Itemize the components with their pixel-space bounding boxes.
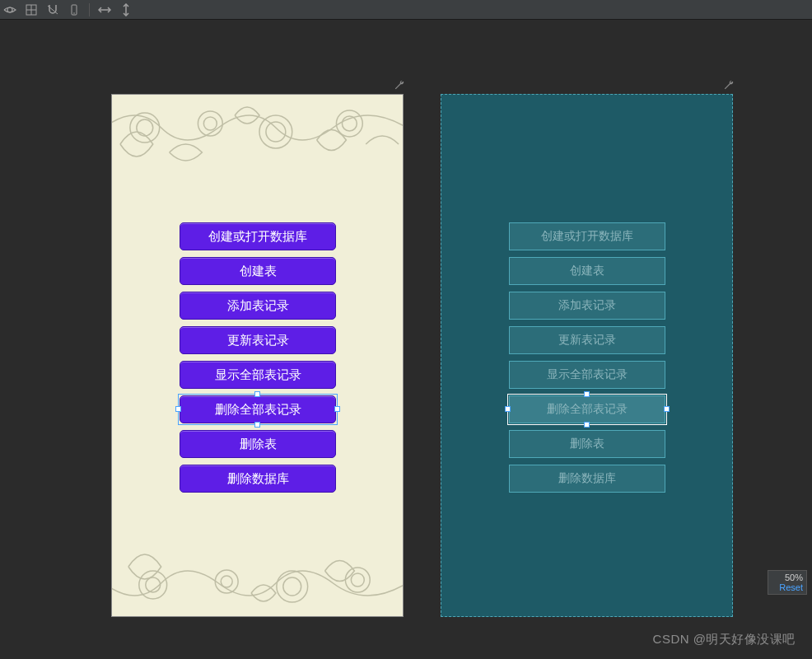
button-stack-design: 创建或打开数据库 创建表 添加表记录 更新表记录 显示全部表记录 删除全部表记录… xyxy=(180,222,336,493)
button-stack-blueprint: 创建或打开数据库 创建表 添加表记录 更新表记录 显示全部表记录 删除全部表记录… xyxy=(509,222,665,493)
create-open-db-button[interactable]: 创建或打开数据库 xyxy=(509,222,665,250)
horizontal-arrows-icon[interactable] xyxy=(98,3,111,16)
zoom-reset-link[interactable]: Reset xyxy=(772,582,803,592)
svg-point-9 xyxy=(130,113,160,143)
update-record-button[interactable]: 更新表记录 xyxy=(509,326,665,354)
svg-point-13 xyxy=(259,115,292,148)
zoom-panel: 50% Reset xyxy=(768,570,807,595)
svg-point-11 xyxy=(198,111,222,136)
delete-table-button[interactable]: 删除表 xyxy=(509,430,665,458)
svg-point-19 xyxy=(215,570,238,593)
svg-point-15 xyxy=(336,110,362,137)
add-record-button[interactable]: 添加表记录 xyxy=(509,292,665,320)
design-surface[interactable]: 创建或打开数据库 创建表 添加表记录 更新表记录 显示全部表记录 删除全部表记录… xyxy=(111,94,404,617)
blueprint-surface[interactable]: 创建或打开数据库 创建表 添加表记录 更新表记录 显示全部表记录 删除全部表记录… xyxy=(441,94,733,617)
svg-point-18 xyxy=(146,577,161,592)
zoom-value: 50% xyxy=(772,573,803,582)
delete-all-records-button[interactable]: 删除全部表记录 xyxy=(180,395,336,423)
svg-point-6 xyxy=(73,12,75,14)
vertical-arrows-icon[interactable] xyxy=(119,3,133,16)
svg-point-12 xyxy=(203,117,217,130)
show-all-records-button[interactable]: 显示全部表记录 xyxy=(509,361,665,389)
delete-table-button[interactable]: 删除表 xyxy=(180,430,336,458)
magnet-icon[interactable] xyxy=(46,3,59,16)
settings-icon[interactable] xyxy=(394,79,405,93)
eye-icon[interactable] xyxy=(3,3,16,16)
grid-icon[interactable] xyxy=(25,3,38,16)
editor-toolbar xyxy=(0,0,812,20)
delete-all-records-button[interactable]: 删除全部表记录 xyxy=(509,395,665,423)
settings-icon[interactable] xyxy=(723,79,735,93)
delete-db-button[interactable]: 删除数据库 xyxy=(180,465,336,493)
create-table-button[interactable]: 创建表 xyxy=(180,257,336,285)
svg-point-23 xyxy=(345,568,370,592)
watermark-text: CSDN @明天好像没课吧 xyxy=(653,632,796,647)
blueprint-preview-panel: 创建或打开数据库 创建表 添加表记录 更新表记录 显示全部表记录 删除全部表记录… xyxy=(441,94,733,617)
update-record-button[interactable]: 更新表记录 xyxy=(180,326,336,354)
svg-point-14 xyxy=(266,122,286,142)
design-workspace: 创建或打开数据库 创建表 添加表记录 更新表记录 显示全部表记录 删除全部表记录… xyxy=(0,20,812,659)
svg-point-24 xyxy=(351,573,364,587)
create-open-db-button[interactable]: 创建或打开数据库 xyxy=(180,222,336,250)
svg-point-10 xyxy=(137,119,153,136)
svg-point-20 xyxy=(221,576,232,587)
decorative-ornament-bottom xyxy=(112,517,403,616)
decorative-ornament-top xyxy=(112,95,403,194)
svg-point-16 xyxy=(342,116,357,131)
toolbar-separator xyxy=(89,3,90,16)
show-all-records-button[interactable]: 显示全部表记录 xyxy=(180,361,336,389)
svg-point-17 xyxy=(139,571,167,599)
device-icon[interactable] xyxy=(68,3,81,16)
add-record-button[interactable]: 添加表记录 xyxy=(180,292,336,320)
svg-point-21 xyxy=(277,571,308,602)
delete-db-button[interactable]: 删除数据库 xyxy=(509,465,665,493)
create-table-button[interactable]: 创建表 xyxy=(509,257,665,285)
design-preview-panel: 创建或打开数据库 创建表 添加表记录 更新表记录 显示全部表记录 删除全部表记录… xyxy=(111,94,404,617)
svg-point-22 xyxy=(283,577,301,596)
